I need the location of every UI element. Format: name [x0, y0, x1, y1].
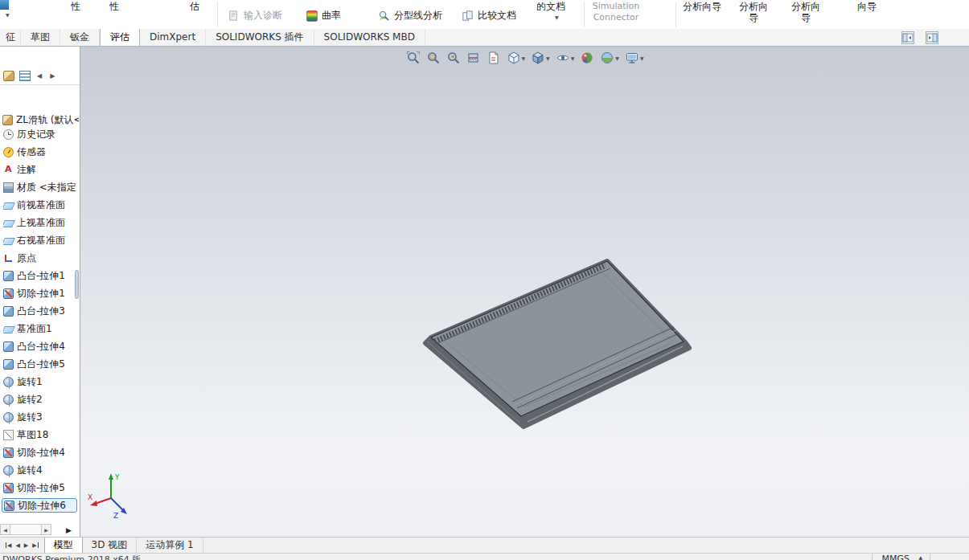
dropdown-caret-icon[interactable]: ▼	[546, 55, 550, 61]
tree-item[interactable]: 切除-拉伸4	[3, 445, 79, 460]
tab-sketch[interactable]: 草图	[21, 29, 60, 46]
tab-features[interactable]: 征	[0, 29, 21, 46]
import-diagnostics-button[interactable]: 输入诊断	[228, 9, 282, 22]
ribbon: ▼ 性 性 估 输入诊断 曲率 分型线分析 比较文档 的文档 ▼ Simulat…	[0, 0, 969, 29]
curvature-button[interactable]: 曲率	[306, 9, 341, 22]
panel-tab-strip: ◀ ▶	[0, 67, 80, 85]
tree-item[interactable]: 草图18	[3, 427, 79, 442]
triad-z-label: Z	[113, 512, 118, 520]
tab-solidworks-addins[interactable]: SOLIDWORKS 插件	[206, 29, 314, 46]
tree-item[interactable]: 凸台-拉伸4	[3, 339, 79, 354]
ribbon-partial-label[interactable]: 性	[71, 0, 80, 14]
featuremanager-tree-tab-icon[interactable]	[3, 71, 14, 81]
tree-item[interactable]: 切除-拉伸1	[3, 286, 79, 300]
plane-icon	[3, 220, 15, 227]
dropdown-caret-icon[interactable]: ▼	[571, 55, 575, 61]
tree-item[interactable]: 历史记录	[3, 127, 79, 141]
revolve-icon	[3, 412, 14, 423]
panel-tab-scroll-right-icon[interactable]: ▶	[48, 71, 56, 82]
units-caret-icon[interactable]: ▲	[918, 554, 922, 560]
tree-item[interactable]: 上视基准面	[3, 215, 79, 230]
expand-pane-button[interactable]	[926, 31, 938, 44]
tab-dimxpert[interactable]: DimXpert	[140, 29, 206, 46]
dropdown-caret-icon[interactable]: ▼	[521, 55, 525, 61]
tree-item[interactable]: 前视基准面	[3, 198, 79, 212]
ribbon-separator	[217, 2, 218, 27]
panel-tab-scroll-left-icon[interactable]: ◀	[35, 71, 43, 82]
section-view-button[interactable]	[466, 51, 480, 65]
tree-item[interactable]: 右视基准面	[3, 233, 79, 247]
plane-icon	[3, 326, 15, 333]
tree-item[interactable]: 凸台-拉伸3	[3, 304, 79, 318]
analysis-wizard-button[interactable]: 分析向 导	[733, 1, 774, 23]
tab-model[interactable]: 模型	[44, 538, 83, 553]
display-style-button[interactable]: ▼	[531, 51, 550, 65]
view-settings-button[interactable]: ▼	[625, 51, 644, 65]
tab-3d-views[interactable]: 3D 视图	[83, 538, 138, 553]
zoom-to-area-button[interactable]	[425, 51, 440, 65]
revolve-icon	[3, 465, 14, 476]
next-tab-button[interactable]: ▶	[23, 538, 30, 553]
tree-item[interactable]: 注解	[3, 162, 79, 177]
model-canvas[interactable]	[80, 47, 969, 537]
compare-documents-icon	[462, 10, 474, 22]
view-orientation-button[interactable]: ▼	[506, 51, 525, 65]
tree-item[interactable]: 旋转3	[3, 410, 79, 424]
tree-item[interactable]: 旋转2	[3, 392, 79, 407]
hide-show-items-button[interactable]: ▼	[556, 51, 575, 65]
tree-item-selected[interactable]: 切除-拉伸6	[2, 498, 77, 513]
tree-root-label: ZL滑轨 (默认<<!	[16, 113, 79, 127]
compare-documents-button[interactable]: 比较文档	[462, 9, 516, 22]
tab-evaluate[interactable]: 评估	[100, 29, 140, 46]
display-pane-expand-icon[interactable]: ▶	[66, 526, 72, 534]
tree-item[interactable]: 凸台-拉伸5	[3, 357, 79, 371]
unit-system-selector[interactable]: MMGS	[882, 554, 910, 560]
flyout-caret-icon[interactable]: ▼	[555, 14, 559, 20]
boss-extrude-icon	[3, 271, 14, 281]
tab-solidworks-mbd[interactable]: SOLIDWORKS MBD	[314, 29, 425, 46]
graphics-viewport[interactable]: ▼ ▼ ▼ ▼ ▼	[80, 47, 969, 537]
tree-item[interactable]: 旋转4	[3, 463, 79, 477]
edit-appearance-button[interactable]	[580, 51, 594, 65]
dropdown-caret-icon[interactable]: ▼	[615, 55, 619, 61]
compare-documents-label: 比较文档	[478, 9, 516, 22]
tree-root-item[interactable]: ZL滑轨 (默认<<!	[2, 113, 79, 127]
ribbon-partial-label[interactable]: 的文档	[536, 0, 565, 14]
tree-item[interactable]: 旋转1	[3, 374, 79, 389]
tree-item[interactable]: 传感器	[3, 145, 79, 159]
tree-item[interactable]: 切除-拉伸5	[3, 480, 79, 495]
previous-view-button[interactable]	[445, 51, 460, 65]
boss-extrude-icon	[3, 306, 14, 317]
apply-scene-button[interactable]: ▼	[600, 51, 619, 65]
prev-tab-button[interactable]: ◀	[14, 538, 21, 553]
collapse-pane-button[interactable]	[901, 31, 914, 44]
scroll-right-icon[interactable]: ▶	[41, 524, 51, 535]
part-icon	[2, 115, 13, 125]
tree-item[interactable]: 凸台-拉伸1	[3, 268, 79, 283]
status-bar: DWORKS Premium 2018 x64 版 MMGS ▲	[0, 553, 969, 560]
last-tab-button[interactable]: ▶	[31, 538, 40, 553]
cut-extrude-icon	[4, 501, 14, 511]
panel-horizontal-scrollbar[interactable]: ◀ ▶	[0, 524, 51, 535]
tree-item[interactable]: 基准面1	[3, 321, 79, 336]
ribbon-partial-label[interactable]: 性	[109, 0, 119, 14]
panel-splitter-handle[interactable]	[75, 270, 79, 299]
tab-sheet-metal[interactable]: 钣金	[60, 29, 100, 46]
zoom-to-fit-button[interactable]	[405, 51, 420, 65]
ribbon-partial-label[interactable]: 估	[190, 0, 199, 14]
analysis-wizard-button[interactable]: 分析向导	[680, 1, 725, 12]
tree-item[interactable]: 原点	[3, 251, 79, 265]
scroll-left-icon[interactable]: ◀	[0, 524, 10, 535]
parting-line-analysis-button[interactable]: 分型线分析	[378, 9, 442, 22]
annotation-view-button[interactable]	[486, 51, 500, 65]
tree-item[interactable]: 材质 <未指定	[3, 180, 79, 194]
tab-motion-study-1[interactable]: 运动算例 1	[137, 538, 203, 553]
dropdown-caret-icon[interactable]: ▼	[640, 55, 644, 61]
scroll-track[interactable]	[10, 524, 41, 535]
ribbon-partial-label[interactable]: 向导	[857, 0, 877, 14]
simulation-connector-button[interactable]: Simulation Connector	[589, 1, 643, 23]
analysis-wizard-button[interactable]: 分析向 导	[786, 1, 826, 23]
ribbon-dropdown-caret-icon[interactable]: ▼	[6, 12, 10, 18]
first-tab-button[interactable]: ◀	[3, 538, 13, 553]
displaymanager-tab-icon[interactable]	[19, 71, 31, 81]
